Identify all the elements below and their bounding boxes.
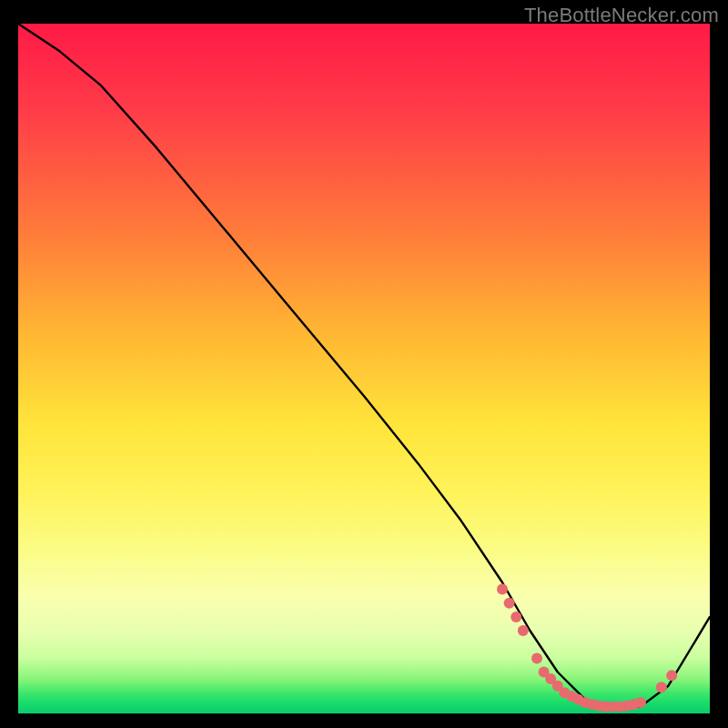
optimal-dot [656, 682, 667, 693]
optimal-region-dots [497, 584, 677, 713]
optimal-dot [497, 584, 508, 595]
chart-frame: TheBottleNecker.com [0, 0, 728, 728]
optimal-dot [666, 670, 677, 681]
optimal-dot [518, 625, 529, 636]
optimal-dot [511, 612, 521, 622]
optimal-dot [635, 697, 646, 708]
watermark-label: TheBottleNecker.com [524, 4, 719, 27]
bottleneck-chart-svg [18, 24, 710, 713]
bottleneck-curve-line [18, 24, 710, 706]
plot-gradient-background [18, 24, 710, 713]
optimal-dot [531, 652, 542, 663]
optimal-dot [504, 598, 515, 609]
